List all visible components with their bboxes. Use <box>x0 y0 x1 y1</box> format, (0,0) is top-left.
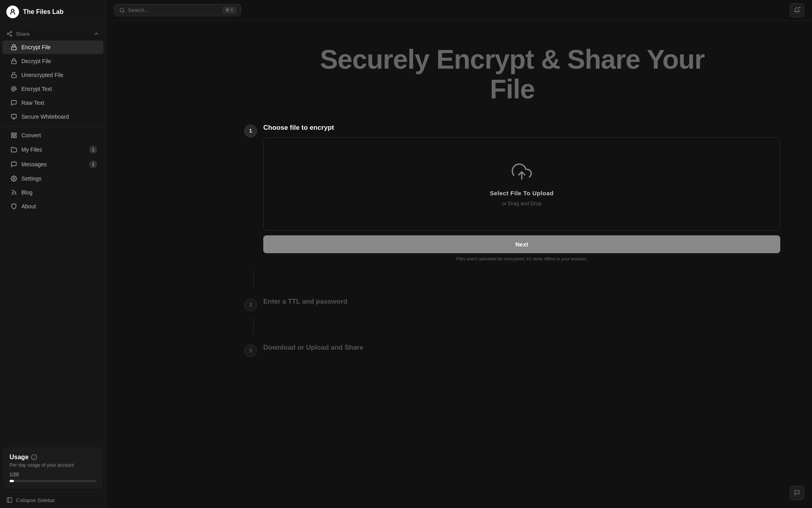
svg-point-15 <box>13 178 15 179</box>
encrypt-file-label: Encrypt File <box>21 44 51 50</box>
sidebar: The Files Lab Share En <box>0 0 106 508</box>
sidebar-item-about[interactable]: About <box>2 200 103 213</box>
heading-line1: Securely Encrypt & Share Your <box>320 44 705 74</box>
step-3-content: Download or Upload and Share <box>263 344 780 357</box>
svg-rect-20 <box>7 498 12 502</box>
share-section-header[interactable]: Share <box>0 27 106 40</box>
messages-badge: 1 <box>89 160 97 168</box>
lock2-icon <box>10 58 17 65</box>
decrypt-file-label: Decrypt File <box>21 58 51 64</box>
upload-area[interactable]: Select File To Upload or Drag and Drop <box>263 137 780 231</box>
sidebar-item-messages[interactable]: Messages 1 <box>2 157 103 171</box>
upload-sub-text: or Drag and Drop <box>502 200 542 206</box>
comment-icon <box>10 99 17 106</box>
svg-rect-12 <box>14 133 16 135</box>
step-1-label: Choose file to encrypt <box>263 124 780 132</box>
svg-line-23 <box>123 11 124 12</box>
my-files-badge: 1 <box>89 146 97 154</box>
step-1-content: Choose file to encrypt Select File To Up… <box>263 124 780 261</box>
chat-icon <box>10 161 17 168</box>
grid-icon <box>10 132 17 139</box>
feedback-button[interactable] <box>790 486 804 500</box>
svg-point-9 <box>13 88 15 90</box>
sidebar-item-secure-whiteboard[interactable]: Secure Whiteboard <box>2 110 103 123</box>
search-icon <box>119 8 125 13</box>
info-icon <box>31 454 37 460</box>
encrypt-text-label: Encrypt Text <box>21 86 52 92</box>
svg-line-4 <box>9 34 11 35</box>
heading-line2: File <box>490 74 534 104</box>
step-3-label: Download or Upload and Share <box>263 344 780 352</box>
upload-main-text: Select File To Upload <box>490 190 553 196</box>
usage-subtitle: Per day usage of your account <box>10 462 96 468</box>
sidebar-item-raw-text[interactable]: Raw Text <box>2 96 103 110</box>
step-2-content: Enter a TTL and password <box>263 298 780 311</box>
step-3-circle: 3 <box>244 344 257 357</box>
sidebar-item-convert[interactable]: Convert <box>2 129 103 142</box>
files-note: Files aren't uploaded for encryption; it… <box>263 256 780 261</box>
step-3-row: 3 Download or Upload and Share <box>244 344 780 357</box>
usage-title: Usage <box>10 454 96 461</box>
svg-rect-13 <box>14 136 16 138</box>
svg-point-16 <box>12 194 12 194</box>
shield-icon <box>10 203 17 210</box>
step-2-circle: 2 <box>244 298 257 311</box>
connector-line <box>253 271 254 287</box>
svg-rect-7 <box>11 61 16 64</box>
sidebar-item-decrypt-file[interactable]: Decrypt File <box>2 54 103 68</box>
app-title: The Files Lab <box>23 8 63 15</box>
header: ⌘ K <box>106 0 812 21</box>
share-section-label: Share <box>16 31 30 37</box>
step-2-label: Enter a TTL and password <box>263 298 780 306</box>
next-button[interactable]: Next <box>263 235 780 253</box>
svg-rect-11 <box>11 133 13 135</box>
main-content: Securely Encrypt & Share Your File 1 Cho… <box>213 21 812 508</box>
search-input[interactable] <box>128 7 220 13</box>
collapse-sidebar-button[interactable]: Collapse Sidebar <box>0 492 106 508</box>
usage-bar-fill <box>10 480 14 482</box>
usage-count: 1/20 <box>10 472 96 477</box>
notification-button[interactable] <box>790 3 804 17</box>
comment-square-icon <box>10 113 17 120</box>
page-heading: Securely Encrypt & Share Your File <box>244 44 780 104</box>
unencrypted-file-label: Unencrypted File <box>21 72 63 78</box>
sidebar-item-encrypt-text[interactable]: Encrypt Text <box>2 82 103 96</box>
svg-point-22 <box>120 8 124 12</box>
sidebar-item-encrypt-file[interactable]: Encrypt File <box>2 40 103 54</box>
notification-dot <box>798 6 801 9</box>
svg-rect-14 <box>11 136 13 138</box>
sidebar-item-blog[interactable]: Blog <box>2 186 103 199</box>
connector-line-2 <box>253 318 254 333</box>
usage-bar-bg <box>10 480 96 482</box>
convert-label: Convert <box>21 132 41 139</box>
svg-rect-10 <box>11 114 16 118</box>
settings-label: Settings <box>21 175 42 182</box>
collapse-sidebar-label: Collapse Sidebar <box>16 497 55 503</box>
sidebar-header: The Files Lab <box>0 0 106 24</box>
about-label: About <box>21 203 36 210</box>
sidebar-item-settings[interactable]: Settings <box>2 172 103 185</box>
upload-cloud-icon <box>511 162 532 183</box>
chevron-up-icon <box>93 31 100 37</box>
secure-whiteboard-label: Secure Whiteboard <box>21 114 69 120</box>
header-right <box>790 3 804 17</box>
svg-line-5 <box>9 32 11 33</box>
svg-rect-8 <box>11 75 16 77</box>
my-files-label: My Files <box>21 146 42 153</box>
svg-point-3 <box>10 35 12 37</box>
step-connector-2-3 <box>244 321 780 329</box>
folder-icon <box>10 146 17 153</box>
usage-section: Usage Per day usage of your account 1/20 <box>3 447 103 489</box>
search-shortcut: ⌘ K <box>223 7 236 13</box>
messages-label: Messages <box>21 161 47 167</box>
step-1-row: 1 Choose file to encrypt Select File To … <box>244 124 780 261</box>
step-connector-1-2 <box>244 275 780 283</box>
svg-rect-6 <box>11 47 16 50</box>
step-2-row: 2 Enter a TTL and password <box>244 298 780 311</box>
sidebar-item-unencrypted-file[interactable]: Unencrypted File <box>2 68 103 82</box>
share-icon <box>6 31 13 37</box>
search-bar[interactable]: ⌘ K <box>114 4 241 16</box>
sidebar-item-my-files[interactable]: My Files 1 <box>2 142 103 157</box>
lock-icon <box>10 44 17 51</box>
gear-icon <box>10 175 17 182</box>
